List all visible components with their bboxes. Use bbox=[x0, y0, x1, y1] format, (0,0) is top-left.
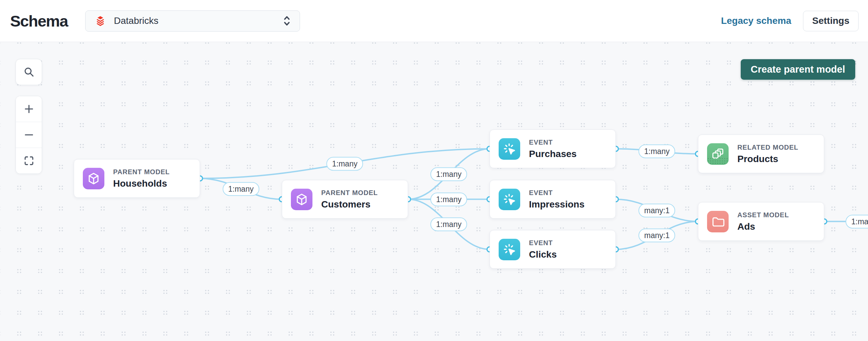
settings-button[interactable]: Settings bbox=[803, 11, 859, 31]
node-impressions[interactable]: EVENTImpressions bbox=[490, 180, 616, 218]
chevron-up-down-icon bbox=[281, 14, 292, 27]
node-type-label: ASSET MODEL bbox=[737, 211, 789, 219]
node-name: Purchases bbox=[529, 149, 577, 160]
edge-label-pill: many:1 bbox=[639, 229, 675, 242]
node-name: Impressions bbox=[529, 199, 585, 210]
zoom-in-button[interactable] bbox=[16, 96, 42, 122]
node-name: Products bbox=[737, 154, 798, 165]
node-name: Customers bbox=[321, 199, 378, 210]
folder-icon bbox=[707, 211, 728, 232]
edge-label-pill: many:1 bbox=[639, 203, 675, 217]
click-icon bbox=[499, 189, 520, 210]
node-type-label: RELATED MODEL bbox=[737, 144, 798, 151]
search-button[interactable] bbox=[16, 59, 42, 85]
click-icon bbox=[499, 138, 520, 160]
node-clicks[interactable]: EVENTClicks bbox=[490, 230, 616, 269]
node-ads[interactable]: ASSET MODELAds bbox=[698, 202, 824, 241]
edge-label-pill: 1:many bbox=[222, 182, 259, 196]
node-type-label: EVENT bbox=[529, 239, 557, 247]
edge-label-pill: 1:many bbox=[430, 192, 467, 206]
fit-view-icon bbox=[23, 155, 35, 167]
create-parent-model-button[interactable]: Create parent model bbox=[741, 59, 855, 80]
edge-label-pill: 1:many bbox=[639, 145, 675, 159]
plus-icon bbox=[23, 103, 35, 115]
edge-label-pill: 1:many bbox=[845, 214, 868, 228]
databricks-icon bbox=[94, 15, 106, 27]
cube-icon bbox=[291, 189, 312, 210]
edge-label-pill: 1:many bbox=[430, 217, 467, 231]
node-type-label: EVENT bbox=[529, 139, 577, 146]
node-type-label: PARENT MODEL bbox=[321, 189, 378, 197]
zoom-controls bbox=[16, 96, 42, 174]
node-name: Clicks bbox=[529, 249, 557, 260]
app-logo: Schema bbox=[10, 12, 68, 30]
node-purchases[interactable]: EVENTPurchases bbox=[490, 130, 616, 168]
zoom-out-button[interactable] bbox=[16, 122, 42, 148]
cube-icon bbox=[83, 168, 104, 189]
fit-view-button[interactable] bbox=[16, 148, 42, 173]
app-header: Schema Databricks Legacy schema Settings bbox=[0, 0, 868, 42]
halftone-texture bbox=[707, 158, 728, 165]
source-selector-value: Databricks bbox=[114, 15, 281, 26]
node-type-label: EVENT bbox=[529, 189, 585, 197]
node-products[interactable]: RELATED MODELProducts bbox=[698, 135, 824, 173]
node-customers[interactable]: PARENT MODELCustomers bbox=[282, 180, 408, 218]
layers-icon bbox=[707, 143, 728, 165]
node-name: Ads bbox=[737, 221, 789, 232]
click-icon bbox=[499, 239, 520, 260]
node-name: Households bbox=[113, 178, 170, 189]
node-type-label: PARENT MODEL bbox=[113, 168, 170, 176]
source-selector[interactable]: Databricks bbox=[85, 10, 300, 32]
schema-canvas[interactable]: Create parent model PARENT MODEL bbox=[0, 42, 868, 341]
minus-icon bbox=[23, 129, 35, 141]
legacy-schema-link[interactable]: Legacy schema bbox=[721, 15, 791, 26]
edge-label-pill: 1:many bbox=[430, 167, 467, 181]
node-households[interactable]: PARENT MODELHouseholds bbox=[74, 159, 200, 198]
search-icon bbox=[23, 66, 35, 78]
edge-label-pill: 1:many bbox=[326, 157, 363, 170]
